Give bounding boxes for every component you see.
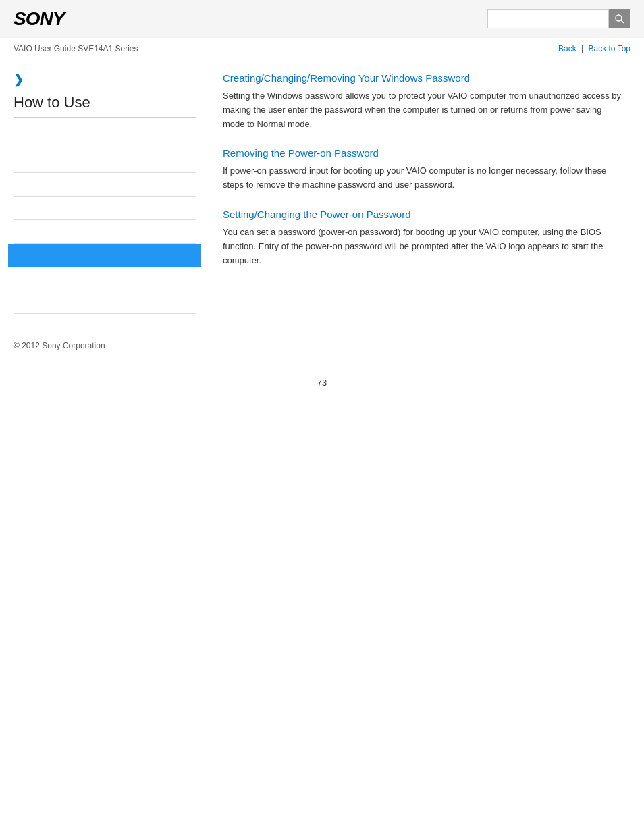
page-footer: © 2012 Sony Corporation [0,328,644,364]
sidebar-nav-link-6[interactable] [14,251,16,260]
content-section-1: Creating/Changing/Removing Your Windows … [223,72,624,131]
back-to-top-link[interactable]: Back to Top [589,44,630,53]
sidebar-nav-item-2[interactable] [14,149,196,173]
sidebar: ❯ How to Use [0,59,209,328]
page-number: 73 [0,364,644,401]
sidebar-nav-item-7[interactable] [14,267,196,290]
section-1-text: Setting the Windows password allows you … [223,89,624,131]
nav-separator: | [581,44,585,53]
svg-line-1 [621,20,624,23]
sidebar-nav-link-2[interactable] [14,156,16,165]
sidebar-nav-item-4[interactable] [14,197,196,220]
sidebar-nav-link-4[interactable] [14,203,16,213]
nav-bar: VAIO User Guide SVE14A1 Series Back | Ba… [0,38,644,59]
sidebar-nav-link-8[interactable] [14,297,16,307]
section-1-title[interactable]: Creating/Changing/Removing Your Windows … [223,72,624,84]
section-3-text: You can set a password (power-on passwor… [223,226,624,267]
search-icon [614,14,625,24]
section-3-title[interactable]: Setting/Changing the Power-on Password [223,209,624,220]
main-container: ❯ How to Use Creating/Changing/Removing … [0,59,644,328]
content-section-3: Setting/Changing the Power-on Password Y… [223,209,624,267]
sidebar-chevron-icon: ❯ [14,72,196,87]
nav-links: Back | Back to Top [558,44,630,53]
sidebar-nav-item-5[interactable] [14,220,196,244]
sony-logo: SONY [14,8,64,30]
sidebar-nav-link-7[interactable] [14,273,16,283]
sidebar-nav-item-8[interactable] [14,290,196,314]
page-header: SONY [0,0,644,38]
content-section-2: Removing the Power-on Password If power-… [223,147,624,192]
sidebar-nav-item-3[interactable] [14,173,196,197]
sidebar-nav-link-5[interactable] [14,227,16,236]
content-area: Creating/Changing/Removing Your Windows … [209,59,644,328]
sidebar-nav-link-3[interactable] [14,180,16,189]
sidebar-nav-link-1[interactable] [14,132,16,142]
guide-title: VAIO User Guide SVE14A1 Series [14,44,138,53]
section-2-text: If power-on password input for booting u… [223,164,624,192]
copyright-text: © 2012 Sony Corporation [14,341,105,350]
search-input[interactable] [487,9,609,28]
sidebar-title: How to Use [14,94,196,118]
search-area [487,9,630,28]
section-2-title[interactable]: Removing the Power-on Password [223,147,624,159]
content-divider [223,284,624,284]
svg-point-0 [616,15,622,21]
sidebar-nav-item-1[interactable] [14,126,196,149]
back-link[interactable]: Back [558,44,576,53]
sidebar-nav-list [14,126,196,314]
search-button[interactable] [609,9,630,28]
sidebar-nav-item-6-active[interactable] [8,244,201,267]
